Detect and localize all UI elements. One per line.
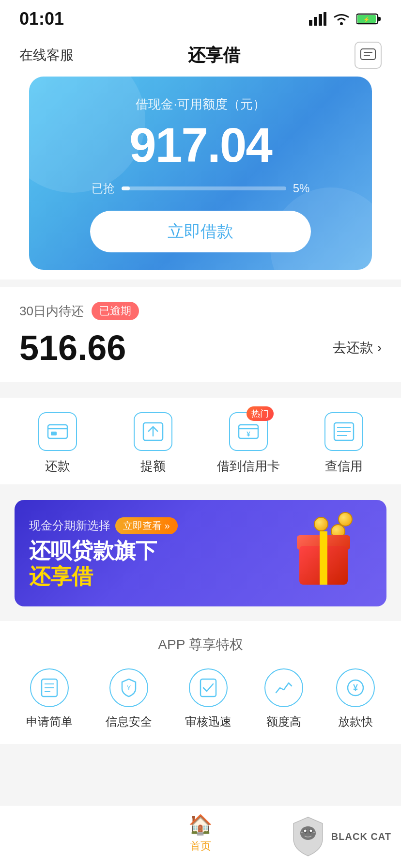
battery-icon: ⚡ — [356, 12, 382, 26]
upgrade-icon-wrap — [134, 412, 172, 451]
svg-text:¥: ¥ — [353, 683, 358, 693]
creditcheck-icon-wrap — [324, 412, 363, 451]
feature-fast-icon: ¥ — [336, 668, 375, 707]
features-section: APP 尊享特权 申请简单 ¥ 信息安全 — [0, 621, 401, 744]
banner-main-text: 还呗贷款旗下 还享借 — [29, 538, 275, 589]
svg-point-35 — [309, 830, 312, 832]
gap3 — [0, 492, 401, 500]
repay-action-label: 去还款 — [333, 339, 373, 357]
overdue-badge: 已逾期 — [92, 302, 139, 320]
repay-icon — [47, 423, 68, 440]
repay-action-button[interactable]: 去还款 › — [333, 339, 382, 357]
action-upgrade[interactable]: 提额 — [105, 412, 200, 475]
blackcat-watermark: BLACK CAT — [289, 815, 391, 858]
svg-text:⚡: ⚡ — [363, 16, 370, 23]
nav-left-label[interactable]: 在线客服 — [19, 46, 74, 64]
feature-apply-icon — [30, 668, 69, 707]
repay-label: 30日内待还 — [19, 303, 84, 320]
feature-quota-icon — [264, 668, 303, 707]
status-bar: 01:01 ⚡ — [0, 0, 401, 34]
feature-audit: 审核迅速 — [185, 668, 231, 729]
feature-audit-icon — [189, 668, 228, 707]
home-icon: 🏠 — [188, 813, 213, 836]
repay-header: 30日内待还 已逾期 — [19, 302, 382, 320]
repay-row: 516.66 去还款 › — [19, 328, 382, 368]
feature-quota: 额度高 — [264, 668, 303, 729]
svg-point-31 — [300, 826, 316, 840]
action-creditcheck[interactable]: 查信用 — [296, 412, 391, 475]
repay-card: 30日内待还 已逾期 516.66 去还款 › — [0, 287, 401, 382]
borrow-button[interactable]: 立即借款 — [90, 211, 311, 252]
feature-apply-label: 申请简单 — [26, 714, 73, 729]
feature-apply: 申请简单 — [26, 668, 73, 729]
hero-progress-row: 已抢 5% — [44, 181, 357, 196]
action-upgrade-label: 提额 — [140, 458, 166, 475]
svg-point-34 — [304, 830, 306, 832]
credit-check-icon — [333, 422, 355, 441]
promo-banner[interactable]: 现金分期新选择 立即查看 » 还呗贷款旗下 还享借 — [15, 500, 386, 606]
action-creditcard-label: 借到信用卡 — [217, 458, 280, 475]
gift-box — [290, 522, 357, 585]
repay-amount: 516.66 — [19, 328, 126, 368]
svg-rect-9 — [361, 49, 375, 60]
creditcard-icon: ¥ — [238, 423, 259, 440]
svg-text:¥: ¥ — [126, 684, 131, 692]
repay-icon-wrap — [38, 412, 77, 451]
features-title: APP 尊享特权 — [10, 636, 391, 654]
feature-quota-label: 额度高 — [266, 714, 301, 729]
status-time: 01:01 — [19, 9, 64, 29]
hero-card: 借现金·可用额度（元） 917.04 已抢 5% 立即借款 — [29, 77, 372, 270]
wifi-icon — [332, 12, 351, 26]
gift-ribbon — [320, 531, 327, 585]
feature-fast: ¥ 放款快 — [336, 668, 375, 729]
nav-title: 还享借 — [188, 44, 240, 67]
feature-fast-label: 放款快 — [338, 714, 373, 729]
hero-subtitle: 借现金·可用额度（元） — [44, 96, 357, 113]
feature-audit-label: 审核迅速 — [185, 714, 231, 729]
action-repay-label: 还款 — [45, 458, 70, 475]
quick-actions: 还款 提额 热门 ¥ 借到信用卡 — [0, 398, 401, 484]
svg-rect-1 — [314, 17, 317, 26]
svg-rect-0 — [309, 20, 312, 26]
svg-rect-12 — [48, 425, 67, 438]
action-repay[interactable]: 还款 — [10, 412, 105, 475]
upgrade-icon — [142, 422, 164, 441]
svg-point-4 — [340, 22, 343, 25]
home-label: 首页 — [190, 839, 211, 853]
blackcat-shield-icon — [289, 815, 327, 858]
svg-text:¥: ¥ — [247, 430, 250, 438]
blackcat-text: BLACK CAT — [331, 831, 391, 842]
signal-icon — [309, 12, 326, 26]
coin1 — [314, 517, 328, 531]
svg-rect-3 — [324, 12, 326, 26]
chevron-right-icon: › — [377, 340, 382, 356]
hot-badge: 热门 — [247, 406, 274, 421]
hero-amount: 917.04 — [44, 121, 357, 169]
banner-top-text: 现金分期新选择 立即查看 » — [29, 517, 275, 534]
svg-rect-6 — [378, 17, 381, 21]
feature-security-label: 信息安全 — [106, 714, 152, 729]
nav-bar: 在线客服 还享借 — [0, 34, 401, 77]
message-button[interactable] — [355, 42, 382, 69]
coin3 — [338, 512, 353, 527]
progress-label: 已抢 — [92, 181, 115, 196]
banner-illustration — [275, 514, 372, 592]
action-creditcard[interactable]: 热门 ¥ 借到信用卡 — [200, 412, 296, 475]
progress-pct: 5% — [293, 182, 310, 195]
action-creditcheck-label: 查信用 — [325, 458, 363, 475]
progress-bar-fill — [122, 186, 130, 190]
creditcard-icon-wrap: 热门 ¥ — [229, 412, 268, 451]
feature-security-icon: ¥ — [109, 668, 148, 707]
feature-security: ¥ 信息安全 — [106, 668, 152, 729]
svg-rect-2 — [319, 14, 322, 26]
banner-check-button[interactable]: 立即查看 » — [115, 517, 178, 534]
status-icons: ⚡ — [309, 12, 382, 26]
banner-left: 现金分期新选择 立即查看 » 还呗贷款旗下 还享借 — [29, 517, 275, 589]
message-icon — [360, 48, 376, 62]
gap2 — [0, 390, 401, 398]
gap1 — [0, 279, 401, 287]
features-row: 申请简单 ¥ 信息安全 审核迅速 — [10, 668, 391, 729]
progress-bar — [122, 186, 286, 190]
svg-rect-14 — [51, 432, 57, 435]
